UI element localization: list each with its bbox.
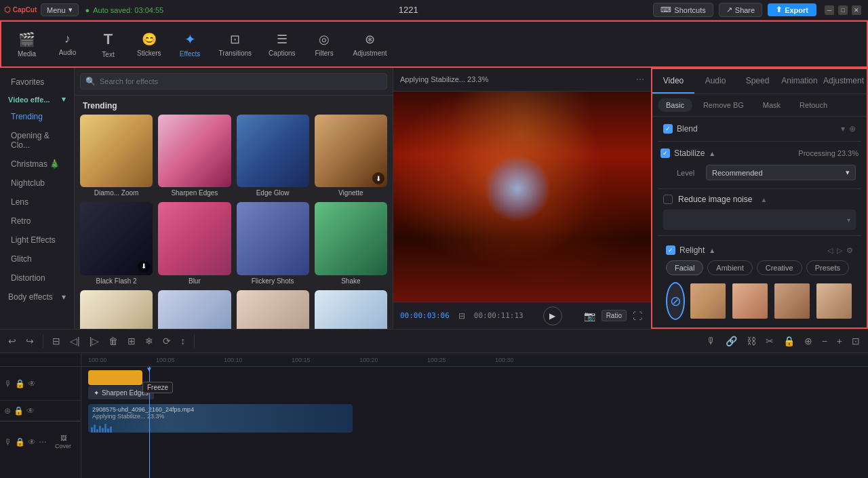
blend-expand-icon[interactable]: ⊕ — [849, 124, 856, 134]
relight-tab-creative[interactable]: Creative — [757, 260, 802, 275]
relight-checkbox[interactable]: ✓ — [666, 245, 675, 255]
effect-diamond-zoom[interactable]: Diamo... Zoom — [80, 115, 153, 197]
effect-row2d[interactable]: ⬇ — [315, 290, 387, 330]
subtab-mask[interactable]: Mask — [755, 98, 789, 112]
minimize-button[interactable]: ─ — [825, 5, 834, 15]
subtab-retouch[interactable]: Retouch — [791, 98, 835, 112]
tl-unlink-button[interactable]: ⛓ — [744, 333, 759, 349]
effect-row2a[interactable]: ⬇ — [80, 290, 153, 330]
tl-minus-button[interactable]: − — [819, 333, 830, 349]
fullscreen-icon[interactable]: ⛶ — [631, 308, 644, 323]
tab-animation[interactable]: Animation — [778, 69, 821, 94]
effect-shake[interactable]: Shake — [315, 202, 387, 284]
effect-edge-glow[interactable]: Edge Glow — [237, 115, 309, 197]
tl-add-track-icon[interactable]: ⊕ — [4, 406, 11, 416]
split-icon[interactable]: ⊟ — [456, 309, 467, 323]
redo-button[interactable]: ↪ — [23, 333, 37, 349]
sidebar-item-favorites[interactable]: Favorites — [3, 73, 71, 91]
trim-start-button[interactable]: ◁| — [67, 333, 83, 349]
preview-menu-icon[interactable]: ⋯ — [636, 75, 644, 84]
tool-filters[interactable]: ◎ Filters — [306, 28, 343, 61]
trim-end-button[interactable]: |▷ — [87, 333, 102, 349]
tab-speed[interactable]: Speed — [736, 69, 778, 94]
face-thumb-4[interactable] — [815, 282, 853, 320]
export-button[interactable]: ⬆ Export — [768, 3, 816, 16]
tool-transitions[interactable]: ⊡ Transitions — [212, 28, 259, 61]
tab-video[interactable]: Video — [652, 69, 694, 94]
tool-adjustment[interactable]: ⊛ Adjustment — [347, 28, 394, 61]
tl-more-icon[interactable]: ⋯ — [39, 437, 47, 447]
tl-mic-main-icon[interactable]: 🎙 — [4, 437, 12, 447]
tl-mic-track-icon[interactable]: 🎙 — [4, 379, 12, 389]
noise-checkbox[interactable] — [663, 195, 673, 204]
face-none-option[interactable]: ⊘ — [666, 282, 685, 320]
tl-lock-track2-icon[interactable]: 🔒 — [14, 406, 24, 416]
effect-vignette[interactable]: ⬇ Vignette — [315, 115, 387, 197]
sidebar-item-nightclub[interactable]: Nightclub — [3, 174, 71, 192]
tool-text[interactable]: T Text — [90, 26, 127, 62]
effect-flickery-shots[interactable]: Flickery Shots — [237, 202, 309, 284]
effect-blur[interactable]: Blur — [158, 202, 231, 284]
speed-button[interactable]: ⟳ — [160, 333, 174, 349]
sidebar-item-trending[interactable]: Trending — [3, 108, 71, 125]
tab-adjustment[interactable]: Adjustment — [821, 69, 867, 94]
noise-dropdown-chevron[interactable]: ▾ — [847, 216, 850, 224]
effect-sharpen-edges[interactable]: Sharpen Edges — [158, 115, 231, 197]
relight-next-icon[interactable]: ▷ — [837, 246, 842, 255]
blend-chevron-down[interactable]: ▾ — [841, 124, 845, 134]
sidebar-item-christmas[interactable]: Christmas 🎄 — [3, 155, 71, 173]
cover-button[interactable]: 🖼 Cover — [50, 435, 77, 450]
effect-row2b[interactable]: ⬇ — [158, 290, 231, 330]
tl-crop-button[interactable]: ✂ — [763, 333, 776, 349]
play-button[interactable]: ▶ — [543, 306, 562, 325]
subtab-basic[interactable]: Basic — [658, 98, 692, 112]
subtab-removebg[interactable]: Remove BG — [695, 98, 752, 112]
face-thumb-2[interactable] — [731, 282, 769, 320]
tl-eye-track-icon[interactable]: 👁 — [28, 379, 36, 389]
delete-button[interactable]: 🗑 — [106, 333, 121, 349]
relight-prev-icon[interactable]: ◁ — [827, 246, 833, 255]
split-button[interactable]: ⊟ — [50, 333, 63, 349]
effects-search-input[interactable] — [80, 73, 387, 89]
sidebar-item-distortion[interactable]: Distortion — [3, 269, 71, 287]
tab-audio[interactable]: Audio — [694, 69, 736, 94]
close-button[interactable]: ✕ — [852, 5, 861, 15]
relight-tab-presets[interactable]: Presets — [806, 260, 849, 275]
sidebar-item-light-effects[interactable]: Light Effects — [3, 231, 71, 249]
tl-eye-track2-icon[interactable]: 👁 — [26, 406, 35, 416]
freeze-button[interactable]: ❄ — [142, 333, 156, 349]
relight-settings-icon[interactable]: ⚙ — [846, 246, 853, 255]
face-thumb-3[interactable] — [773, 282, 811, 320]
ratio-button[interactable]: Ratio — [601, 310, 627, 321]
sidebar-item-opening[interactable]: Opening & Clo... — [3, 127, 71, 154]
effect-black-flash-2[interactable]: ⬇ Black Flash 2 — [80, 202, 153, 284]
tool-media[interactable]: 🎬 Media — [8, 27, 45, 62]
maximize-button[interactable]: □ — [838, 5, 848, 15]
relight-tab-facial[interactable]: Facial — [666, 260, 703, 275]
stabilize-collapse-icon[interactable]: ▲ — [709, 150, 715, 157]
menu-button[interactable]: Menu ▾ — [41, 3, 79, 16]
tl-copy-button[interactable]: ⊕ — [802, 333, 815, 349]
group-button[interactable]: ⊞ — [125, 333, 138, 349]
effect-row2c[interactable] — [237, 290, 309, 330]
sidebar-item-retro[interactable]: Retro — [3, 212, 71, 230]
stabilize-checkbox[interactable]: ✓ — [660, 148, 670, 158]
tool-audio[interactable]: ♪ Audio — [49, 28, 86, 60]
sidebar-item-lens[interactable]: Lens — [3, 193, 71, 211]
tl-effect-clip[interactable] — [88, 370, 142, 385]
tool-effects[interactable]: ✦ Effects — [172, 27, 209, 62]
blend-checkbox[interactable]: ✓ — [663, 124, 673, 134]
tl-lock-main-icon[interactable]: 🔒 — [15, 437, 25, 447]
tl-lock-track-icon[interactable]: 🔒 — [15, 379, 25, 389]
sidebar-section-video-effects[interactable]: Video effe... ▾ — [0, 92, 74, 106]
tl-mic-button[interactable]: 🎙 — [704, 333, 719, 349]
tool-stickers[interactable]: 😊 Stickers — [130, 28, 168, 61]
noise-chevron[interactable]: ▲ — [760, 196, 767, 203]
sidebar-item-glitch[interactable]: Glitch — [3, 250, 71, 268]
tl-link-button[interactable]: 🔗 — [723, 333, 740, 349]
relight-tab-ambient[interactable]: Ambient — [707, 260, 752, 275]
screenshot-icon[interactable]: 📷 — [582, 308, 597, 323]
tl-fit-button[interactable]: ⊡ — [849, 333, 863, 349]
level-dropdown[interactable]: Recommended ▾ — [706, 165, 856, 180]
tl-eye-main-icon[interactable]: 👁 — [28, 437, 36, 447]
